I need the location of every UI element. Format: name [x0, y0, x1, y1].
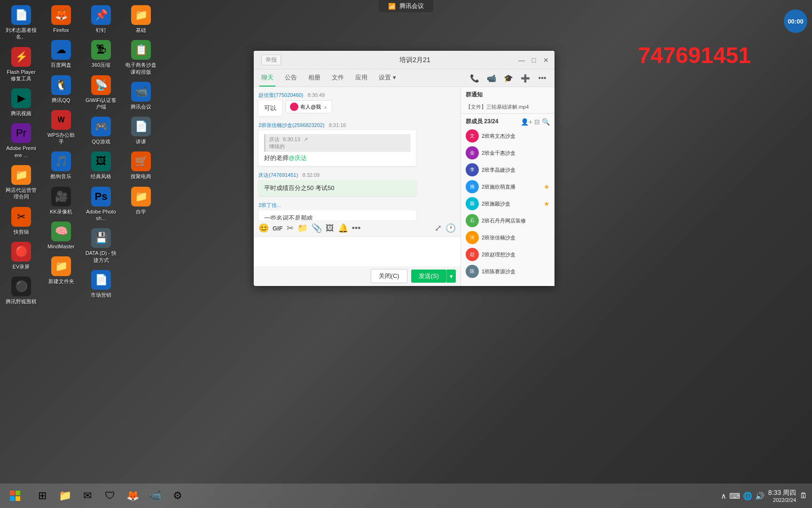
icon-kugou[interactable]: 🎵 酷狗音乐	[42, 149, 80, 183]
icon-lecture[interactable]: 📄 讲课	[122, 114, 160, 148]
member-item[interactable]: 颖 2班施颖沙盒 ★	[461, 195, 554, 212]
icon-juju[interactable]: 🛒 搜聚电商	[122, 149, 160, 183]
message-input[interactable]	[258, 239, 456, 262]
bell-icon[interactable]: 🔔	[338, 223, 348, 233]
msg-sender[interactable]: 2班张佳楠沙盒(2596823202)	[258, 122, 325, 128]
start-button[interactable]	[5, 485, 25, 506]
msg-sender[interactable]: 赵佳萤(775020460)	[258, 92, 303, 98]
explorer-button[interactable]: 📁	[55, 485, 75, 506]
icon-photoshop[interactable]: Ps Adobe Photosh...	[82, 184, 120, 225]
member-item[interactable]: 石 2班石丹丹网店装修	[461, 212, 554, 229]
datad-icon: 💾	[91, 228, 111, 248]
more-icon[interactable]: •••	[536, 71, 549, 85]
icon-wendang[interactable]: 📄 刘术志愿者报名。	[2, 2, 40, 43]
taskbar-firefox[interactable]: 🦊	[122, 485, 143, 506]
image-icon[interactable]: 🖼	[326, 223, 334, 233]
icon-study[interactable]: 📁 自学	[122, 184, 160, 218]
member-item[interactable]: 陈 1班陈赛源沙盒	[461, 263, 554, 280]
tab-album[interactable]: 相册	[306, 70, 322, 87]
juju-icon: 🛒	[131, 151, 151, 171]
icon-ecommerce[interactable]: 📋 电子商务沙盘课程排版	[122, 37, 160, 78]
icon-tenmeeting[interactable]: 📹 腾讯会议	[122, 79, 160, 113]
icon-baidu[interactable]: ☁ 百度网盘	[42, 37, 80, 71]
icon-scissors[interactable]: ✂ 快剪辑	[2, 204, 40, 238]
network-icon[interactable]: 🌐	[743, 492, 752, 500]
icon-datad[interactable]: 💾 DATA (D) - 快捷方式	[82, 225, 120, 266]
tab-app[interactable]: 应用	[353, 70, 369, 87]
volume-icon[interactable]: 🔊	[755, 492, 765, 500]
msg-sender[interactable]: 庆达(747691451)	[258, 172, 298, 178]
member-item[interactable]: 文 2班将文杰沙盒	[461, 127, 554, 144]
phone-icon[interactable]: 📞	[468, 71, 481, 85]
keyboard-icon[interactable]: ⌨	[729, 492, 740, 500]
taskbar-meeting[interactable]: 📹	[145, 485, 165, 506]
icon-weiqi[interactable]: ⚫ 腾讯野狐围棋	[2, 274, 40, 308]
report-button[interactable]: 举报	[261, 55, 281, 65]
tray-arrow[interactable]: ∧	[721, 492, 726, 500]
icon-giwifi[interactable]: 📡 GiWiFi认证客户端	[82, 72, 120, 113]
icon-flash[interactable]: ⚡ Flash Player 修复工具	[2, 44, 40, 85]
icon-kkrecorder[interactable]: 🎥 KK录像机	[42, 184, 80, 218]
send-arrow-button[interactable]: ▾	[446, 270, 456, 283]
messages-area[interactable]: 赵佳萤(775020460) 8:30:49 可以 有人@我 ▲	[254, 87, 461, 220]
video-call-icon[interactable]: 📹	[485, 71, 498, 85]
icon-marketing[interactable]: 📄 市场营销	[82, 267, 120, 301]
icon-firefox[interactable]: 🦊 Firefox	[42, 2, 80, 36]
taskbar-settings[interactable]: ⚙	[167, 485, 188, 506]
attach-icon[interactable]: 📎	[312, 223, 322, 233]
icon-wps[interactable]: W WPS办公助手	[42, 107, 80, 148]
icon-qqapp[interactable]: 🐧 腾讯QQ	[42, 72, 80, 106]
taskbar-clock[interactable]: 8:33 周四 2022/2/24	[768, 489, 796, 503]
gif-icon[interactable]: GIF	[273, 225, 283, 232]
close-chat-button[interactable]: 关闭(C)	[371, 269, 407, 283]
icon-evrecorder[interactable]: 🔴 EV录屏	[2, 239, 40, 273]
collapse-icon[interactable]: ▲	[323, 104, 328, 110]
mail-button[interactable]: ✉	[77, 485, 98, 506]
minimize-button[interactable]: —	[517, 56, 526, 65]
folder-icon[interactable]: 📁	[297, 223, 308, 233]
mention-badge[interactable]: 有人@我 ▲	[286, 100, 332, 113]
member-item[interactable]: 李 2班李晶婕沙盒	[461, 161, 554, 178]
kk-icon: 🎥	[51, 187, 71, 206]
tab-file[interactable]: 文件	[330, 70, 346, 87]
more-tools-icon[interactable]: •••	[352, 223, 361, 233]
member-item[interactable]: 赵 2班赵理想沙盒	[461, 246, 554, 263]
maximize-button[interactable]: □	[529, 56, 539, 65]
forward-icon[interactable]: ↗	[304, 136, 308, 142]
icon-premiere[interactable]: Pr Adobe Premiere ...	[2, 120, 40, 161]
icon-jingdian[interactable]: 🖼 经典风格	[82, 149, 120, 183]
add-member-icon[interactable]: 👤+	[521, 118, 532, 126]
icon-dingding[interactable]: 📌 钉钉	[82, 2, 120, 36]
member-name: 2班施颖沙盒	[482, 200, 541, 207]
add-icon[interactable]: ➕	[519, 71, 532, 85]
close-button[interactable]: ✕	[541, 56, 551, 65]
tab-notice[interactable]: 公告	[283, 70, 299, 87]
tab-chat[interactable]: 聊天	[259, 70, 275, 87]
icon-qqgame[interactable]: 🎮 QQ游戏	[82, 114, 120, 148]
send-button[interactable]: 发送(S)	[411, 270, 446, 283]
tenmeeting-icon: 📹	[131, 82, 151, 102]
class-icon[interactable]: 🎓	[502, 71, 515, 85]
member-item[interactable]: 张 2班张佳楠沙盒	[461, 229, 554, 246]
msg-sender[interactable]: 2班丁佳...	[258, 202, 281, 208]
icon-jichu[interactable]: 📁 基础	[122, 2, 160, 36]
icon-mindmaster[interactable]: 🧠 MindMaster	[42, 219, 80, 253]
icon-tenvideo[interactable]: ▶ 腾讯视频	[2, 86, 40, 119]
search-member-icon[interactable]: 🔍	[542, 118, 550, 126]
member-item[interactable]: 施 2班施欣萌直播 ★	[461, 178, 554, 195]
cut-icon[interactable]: ✂	[287, 223, 294, 233]
emoji-icon[interactable]: 😊	[258, 223, 269, 233]
member-item[interactable]: 金 2班金千惠沙盒	[461, 144, 554, 161]
antivirus-button[interactable]: 🛡	[100, 485, 120, 506]
icon-newfile[interactable]: 📁 新建文件夹	[42, 254, 80, 287]
clock-icon[interactable]: 🕐	[445, 223, 456, 233]
expand-icon[interactable]: ⤢	[435, 223, 442, 233]
red-number: 747691451	[638, 42, 751, 68]
notification-center[interactable]: 🗓	[800, 492, 807, 500]
msg-text: 好的老师@庆达	[264, 154, 411, 162]
taskview-button[interactable]: ⊞	[32, 485, 53, 506]
icon-360zip[interactable]: 🗜 360压缩	[82, 37, 120, 71]
manage-member-icon[interactable]: ⊟	[534, 118, 540, 126]
tab-settings[interactable]: 设置 ▾	[377, 70, 398, 87]
icon-shop[interactable]: 📁 网店代运营管理合同	[2, 162, 40, 203]
